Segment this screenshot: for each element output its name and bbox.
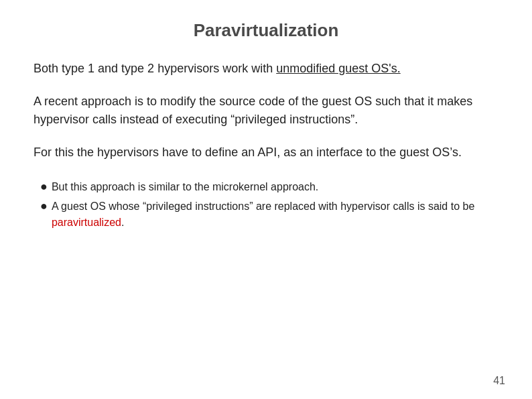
bullet-dot-1: ● [40,179,48,194]
bullet-list: ● But this approach is similar to the mi… [34,179,498,234]
bullet-text-1: But this approach is similar to the micr… [52,179,318,194]
slide: Paravirtualization Both type 1 and type … [0,0,532,399]
slide-title: Paravirtualization [34,20,498,41]
paragraph-1: Both type 1 and type 2 hypervisors work … [34,60,498,78]
highlight-text: paravirtualized [52,217,121,228]
underline-text-1: unmodified guest OS's. [276,62,401,75]
bullet-dot-2: ● [40,198,48,214]
bullet-text-2: A guest OS whose “privileged instruction… [52,198,498,229]
bullet-item-2: ● A guest OS whose “privileged instructi… [40,198,498,229]
paragraph-2: A recent approach is to modify the sourc… [34,93,498,129]
paragraph-3: For this the hypervisors have to define … [34,144,498,162]
page-number: 41 [493,375,505,387]
bullet-item-1: ● But this approach is similar to the mi… [40,179,498,194]
